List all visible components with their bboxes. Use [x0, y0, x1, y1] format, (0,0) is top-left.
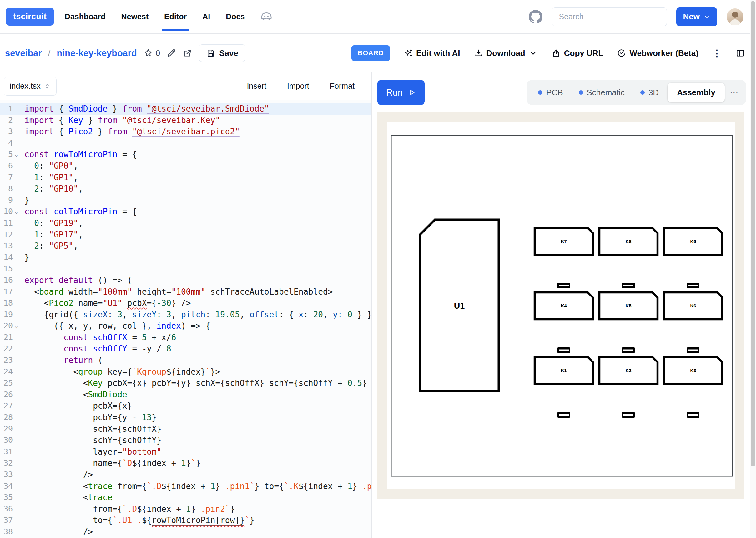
- code-line-1[interactable]: 1import { SmdDiode } from "@tsci/seveiba…: [0, 103, 372, 115]
- code-line-23[interactable]: 23 return (: [0, 354, 372, 366]
- tab-pcb[interactable]: PCB: [531, 83, 570, 102]
- board-type-badge[interactable]: BOARD: [351, 45, 390, 61]
- code-line-8[interactable]: 8 2: "GP10",: [0, 183, 372, 195]
- nav-editor[interactable]: Editor: [163, 3, 187, 30]
- code-line-11[interactable]: 11 0: "GP19",: [0, 217, 372, 229]
- diode-stripe: [623, 285, 633, 287]
- run-button-label: Run: [386, 87, 403, 98]
- code-line-17[interactable]: 17 <board width="100mm" height="100mm" s…: [0, 286, 372, 298]
- code-line-33[interactable]: 33 />: [0, 469, 372, 480]
- menu-import[interactable]: Import: [287, 81, 309, 90]
- code-line-35[interactable]: 35 <trace: [0, 492, 372, 503]
- code-line-12[interactable]: 12 1: "GP17",: [0, 229, 372, 241]
- diode-stripe: [688, 414, 698, 416]
- code-line-31[interactable]: 31 layer="bottom": [0, 446, 372, 458]
- file-selector[interactable]: index.tsx: [4, 77, 57, 96]
- code-line-16[interactable]: 16export default () => (: [0, 275, 372, 286]
- key-label-K8: K8: [625, 239, 631, 244]
- editor-menu: Insert Import Format: [247, 81, 355, 90]
- code-text: <trace: [20, 492, 113, 503]
- code-line-7[interactable]: 7 1: "GP1",: [0, 172, 372, 184]
- code-line-26[interactable]: 26 <SmdDiode: [0, 389, 372, 401]
- nav-dashboard[interactable]: Dashboard: [64, 3, 106, 30]
- fork-button[interactable]: [183, 48, 193, 58]
- new-button[interactable]: New: [676, 8, 717, 26]
- line-number: 12: [0, 229, 20, 241]
- download-button[interactable]: Download: [474, 48, 538, 58]
- run-button[interactable]: Run: [378, 80, 425, 105]
- github-icon[interactable]: [529, 10, 543, 24]
- star-button[interactable]: 0: [143, 48, 160, 58]
- tab-pcb-label: PCB: [546, 88, 563, 97]
- code-line-24[interactable]: 24 <group key={`Kgroup${index}`}>: [0, 366, 372, 378]
- more-options-button[interactable]: ⋮: [712, 48, 722, 59]
- code-line-19[interactable]: 19 {grid({ sizeX: 3, sizeY: 3, pitch: 19…: [0, 309, 372, 321]
- code-line-15[interactable]: 15: [0, 263, 372, 275]
- code-text: [20, 137, 25, 149]
- tab-schematic-label: Schematic: [587, 88, 625, 97]
- tabs-more-button[interactable]: ⋯: [727, 87, 742, 98]
- code-line-38[interactable]: 38 />: [0, 526, 372, 538]
- code-editor[interactable]: 1import { SmdDiode } from "@tsci/seveiba…: [0, 100, 372, 538]
- line-number: 1: [0, 103, 20, 115]
- brand-logo[interactable]: tscircuit: [6, 8, 54, 26]
- discord-icon[interactable]: [260, 10, 273, 24]
- tab-assembly[interactable]: Assembly: [668, 83, 725, 102]
- breadcrumb-project[interactable]: nine-key-keyboard: [57, 48, 137, 58]
- code-line-14[interactable]: 14}: [0, 252, 372, 263]
- code-line-21[interactable]: 21 const schOffX = 5 + x/6: [0, 332, 372, 343]
- avatar[interactable]: [727, 8, 743, 25]
- code-line-6[interactable]: 6 0: "GP0",: [0, 160, 372, 172]
- code-text: />: [20, 526, 93, 538]
- preview-panel: Run PCB Schematic 3D: [372, 73, 756, 538]
- code-line-22[interactable]: 22 const schOffY = -y / 8: [0, 343, 372, 354]
- line-number: 8: [0, 183, 20, 195]
- code-line-2[interactable]: 2import { Key } from "@tsci/seveibar.Key…: [0, 115, 372, 126]
- code-line-37[interactable]: 37 to={`.U1 .${rowToMicroPin[row]}`}: [0, 514, 372, 526]
- code-line-3[interactable]: 3import { Pico2 } from "@tsci/seveibar.p…: [0, 126, 372, 137]
- save-button[interactable]: Save: [199, 44, 246, 62]
- nav-ai[interactable]: AI: [202, 3, 211, 30]
- code-line-18[interactable]: 18 <Pico2 name="U1" pcbX={-30} />: [0, 297, 372, 309]
- webworker-toggle[interactable]: Webworker (Beta): [617, 48, 698, 58]
- line-number: 34: [0, 480, 20, 492]
- code-line-13[interactable]: 13 2: "GP5",: [0, 240, 372, 252]
- code-line-36[interactable]: 36 from={`.D${index + 1} .pin2`}: [0, 503, 372, 515]
- edit-with-ai-button[interactable]: Edit with AI: [404, 48, 460, 58]
- code-line-25[interactable]: 25 <Key pcbX={x} pcbY={y} schX={schOffX}…: [0, 377, 372, 389]
- code-line-10[interactable]: 10⌄const colToMicroPin = {: [0, 206, 372, 217]
- webworker-label: Webworker (Beta): [629, 48, 698, 58]
- menu-insert[interactable]: Insert: [247, 81, 266, 90]
- code-line-9[interactable]: 9}: [0, 195, 372, 206]
- tab-schematic[interactable]: Schematic: [572, 83, 632, 102]
- nav-docs[interactable]: Docs: [225, 3, 246, 30]
- line-number: 37: [0, 514, 20, 526]
- toggle-panel-button[interactable]: [735, 48, 745, 58]
- code-text: import { Key } from "@tsci/seveibar.Key": [20, 115, 220, 126]
- pcb-status-dot: [538, 90, 543, 95]
- code-line-27[interactable]: 27 pcbX={x}: [0, 400, 372, 412]
- tab-3d[interactable]: 3D: [633, 83, 666, 102]
- code-line-5[interactable]: 5⌄const rowToMicroPin = {: [0, 149, 372, 160]
- line-number: 20⌄: [0, 320, 20, 332]
- code-line-30[interactable]: 30 schY={schOffY}: [0, 435, 372, 446]
- copy-url-button[interactable]: Copy URL: [552, 48, 604, 58]
- search-input[interactable]: [552, 8, 667, 26]
- save-icon: [206, 48, 215, 58]
- toolbar-actions: BOARD Edit with AI Download Copy URL Web…: [351, 45, 756, 61]
- assembly-canvas[interactable]: U1K7K8K9K4K5K6K1K2K3: [377, 113, 744, 499]
- rename-button[interactable]: [166, 48, 176, 58]
- menu-format[interactable]: Format: [330, 81, 355, 90]
- scrollbar-thumb[interactable]: [751, 1, 755, 466]
- breadcrumb-owner[interactable]: seveibar: [5, 48, 42, 58]
- code-line-32[interactable]: 32 name={`D${index + 1}`}: [0, 457, 372, 469]
- code-line-20[interactable]: 20⌄ ({ x, y, row, col }, index) => {: [0, 320, 372, 332]
- code-line-29[interactable]: 29 schX={schOffX}: [0, 423, 372, 435]
- breadcrumb: seveibar / nine-key-keyboard 0 Save: [5, 44, 246, 62]
- code-line-34[interactable]: 34 <trace from={`.D${index + 1} .pin1`} …: [0, 480, 372, 492]
- assembly-board-sheet: U1K7K8K9K4K5K6K1K2K3: [387, 122, 735, 489]
- code-line-28[interactable]: 28 pcbY={y - 13}: [0, 412, 372, 423]
- line-number: 11: [0, 217, 20, 229]
- code-line-4[interactable]: 4: [0, 137, 372, 149]
- nav-newest[interactable]: Newest: [120, 3, 149, 30]
